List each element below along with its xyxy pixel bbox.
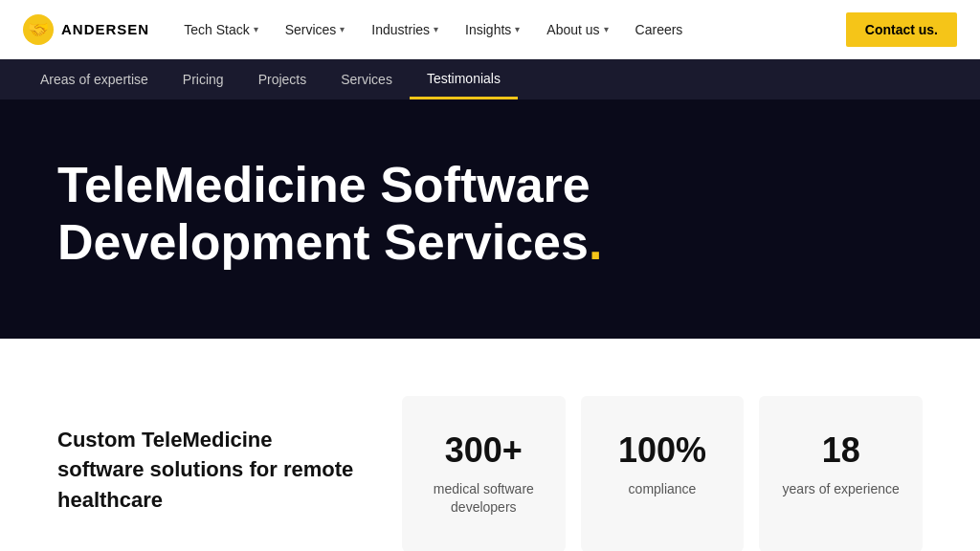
- stats-section: Custom TeleMedicine software solutions f…: [0, 339, 980, 551]
- logo[interactable]: 🤝 ANDERSEN: [23, 14, 149, 45]
- nav-item-insights[interactable]: Insights ▾: [454, 14, 531, 45]
- sub-nav-areas[interactable]: Areas of expertise: [23, 59, 166, 99]
- chevron-down-icon: ▾: [254, 24, 258, 34]
- logo-text: ANDERSEN: [61, 21, 149, 37]
- stats-cards: 300+ medical software developers 100% co…: [402, 396, 923, 551]
- logo-icon: 🤝: [23, 14, 54, 45]
- nav-label-tech-stack: Tech Stack: [184, 22, 249, 37]
- nav-item-industries[interactable]: Industries ▾: [360, 14, 450, 45]
- stat-card-compliance: 100% compliance: [581, 396, 745, 551]
- stat-card-experience: 18 years of experience: [759, 396, 923, 551]
- nav-item-services[interactable]: Services ▾: [274, 14, 357, 45]
- chevron-down-icon: ▾: [515, 24, 520, 34]
- sub-nav-services[interactable]: Services: [323, 59, 410, 99]
- nav-label-careers: Careers: [635, 22, 683, 37]
- nav-label-about: About us: [546, 22, 599, 37]
- chevron-down-icon: ▾: [340, 24, 345, 34]
- stat-card-developers: 300+ medical software developers: [402, 396, 566, 551]
- stat-label-compliance: compliance: [629, 480, 697, 499]
- nav-item-tech-stack[interactable]: Tech Stack ▾: [172, 14, 269, 45]
- nav-label-industries: Industries: [371, 22, 430, 37]
- hero-dot: .: [589, 214, 602, 270]
- nav-label-insights: Insights: [465, 22, 511, 37]
- nav-item-about[interactable]: About us ▾: [535, 14, 619, 45]
- stats-description: Custom TeleMedicine software solutions f…: [57, 396, 402, 517]
- stat-number-compliance: 100%: [618, 430, 706, 471]
- stat-number-developers: 300+: [445, 430, 523, 471]
- header: 🤝 ANDERSEN Tech Stack ▾ Services ▾ Indus…: [0, 0, 980, 59]
- nav-item-careers[interactable]: Careers: [624, 14, 695, 45]
- sub-nav-projects[interactable]: Projects: [241, 59, 324, 99]
- main-nav: Tech Stack ▾ Services ▾ Industries ▾ Ins…: [172, 14, 846, 45]
- chevron-down-icon: ▾: [604, 24, 609, 34]
- header-actions: Contact us.: [846, 12, 957, 47]
- hero-title: TeleMedicine Software Development Servic…: [57, 157, 746, 272]
- nav-label-services: Services: [285, 22, 337, 37]
- sub-nav: Areas of expertise Pricing Projects Serv…: [0, 59, 980, 99]
- sub-nav-pricing[interactable]: Pricing: [166, 59, 241, 99]
- stat-label-experience: years of experience: [783, 480, 900, 499]
- sub-nav-testimonials[interactable]: Testimonials: [410, 59, 518, 99]
- chevron-down-icon: ▾: [434, 24, 438, 34]
- stat-number-experience: 18: [822, 430, 860, 471]
- stat-label-developers: medical software developers: [425, 480, 543, 518]
- contact-button[interactable]: Contact us.: [846, 12, 957, 47]
- hero-section: TeleMedicine Software Development Servic…: [0, 99, 980, 339]
